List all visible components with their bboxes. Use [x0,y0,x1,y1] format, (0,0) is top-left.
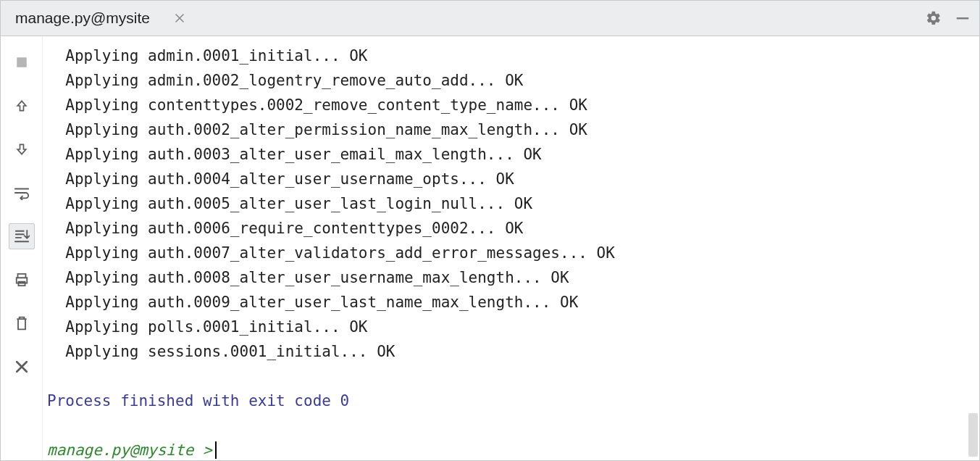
output-line: Applying sessions.0001_initial... OK [47,339,972,364]
down-arrow-button[interactable] [9,136,35,162]
soft-wrap-button[interactable] [9,180,35,206]
scroll-to-end-button[interactable] [9,223,35,249]
print-button[interactable] [9,267,35,293]
output-line: Applying auth.0008_alter_user_username_m… [47,265,972,290]
output-line: Applying admin.0001_initial... OK [47,43,972,68]
output-lines: Applying admin.0001_initial... OK Applyi… [47,43,972,364]
output-line: Applying contenttypes.0002_remove_conten… [47,93,972,117]
close-tab-icon[interactable] [175,13,185,23]
output-line: Applying auth.0009_alter_user_last_name_… [47,290,972,315]
svg-rect-1 [17,57,27,67]
tab-bar: manage.py@mysite [1,1,979,36]
prompt-text: manage.py@mysite > [47,438,212,460]
console-prompt[interactable]: manage.py@mysite > [47,438,972,460]
output-line: Applying auth.0004_alter_user_username_o… [47,167,972,191]
delete-button[interactable] [9,310,35,336]
output-line: Applying auth.0005_alter_user_last_login… [47,191,972,216]
scrollbar-thumb[interactable] [968,413,978,457]
tool-gutter [1,36,43,460]
console-output[interactable]: Applying admin.0001_initial... OK Applyi… [43,36,979,460]
output-line: Applying auth.0002_alter_permission_name… [47,117,972,142]
svg-rect-0 [957,17,969,19]
stop-button[interactable] [9,49,35,75]
close-button[interactable] [9,354,35,380]
output-line: Applying polls.0001_initial... OK [47,315,972,339]
settings-icon[interactable] [926,10,942,26]
minimize-icon[interactable] [955,10,971,26]
output-line: Applying auth.0007_alter_validators_add_… [47,241,972,265]
exit-message: Process finished with exit code 0 [47,389,972,413]
output-line: Applying auth.0003_alter_user_email_max_… [47,142,972,167]
tab-manage-py[interactable]: manage.py@mysite [1,1,199,36]
main-area: Applying admin.0001_initial... OK Applyi… [1,36,979,460]
up-arrow-button[interactable] [9,93,35,119]
tab-title: manage.py@mysite [15,9,150,27]
output-line: Applying admin.0002_logentry_remove_auto… [47,68,972,93]
tab-actions [926,1,979,36]
text-cursor [215,441,217,459]
output-line: Applying auth.0006_require_contenttypes_… [47,216,972,241]
